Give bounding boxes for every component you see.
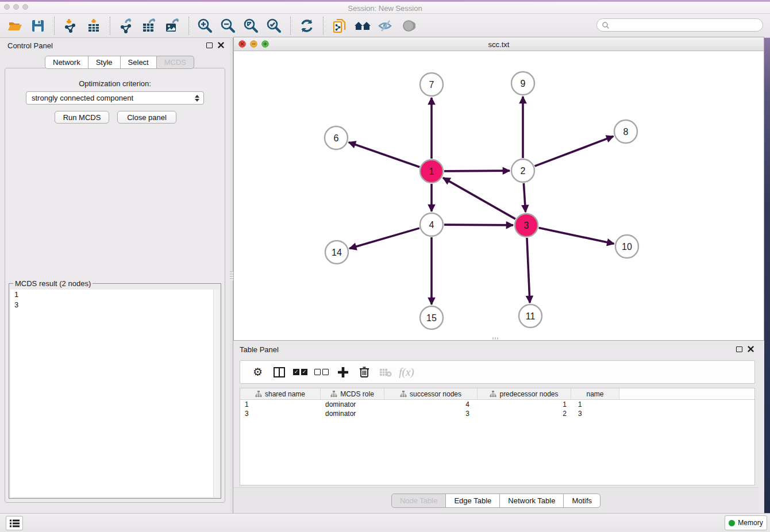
toggle-graphics-details-button[interactable] [374,15,397,37]
double-home-icon [353,19,372,33]
trash-icon [359,366,369,378]
graph-node-10[interactable]: 10 [615,235,638,258]
graph-node-1[interactable]: 1 [420,160,443,183]
graph-edge-3-10[interactable] [539,228,614,244]
tab-mcds[interactable]: MCDS [156,56,194,69]
graph-edge-1-2[interactable] [444,171,510,171]
float-panel-icon[interactable] [206,43,213,48]
graph-node-4[interactable]: 4 [420,213,443,236]
mcds-result-list[interactable]: 1 3 [10,290,220,497]
control-panel-title: Control Panel [7,41,53,50]
graph-node-7[interactable]: 7 [420,73,443,96]
table-row[interactable]: 1 dominator 4 1 1 [240,400,754,409]
cell-name[interactable]: 3 [571,409,619,418]
graph-node-label: 1 [429,167,434,176]
column-header-shared-name[interactable]: shared name [240,388,321,399]
tab-select[interactable]: Select [120,56,157,69]
show-columns-button[interactable] [268,362,290,383]
select-all-columns-button[interactable]: ✓ ✓ [290,362,311,383]
float-table-panel-icon[interactable] [736,346,742,352]
column-header-predecessor-nodes[interactable]: predecessor nodes [478,388,571,399]
graph-node-3[interactable]: 3 [515,214,538,237]
unchecked-box-icon [314,369,321,375]
network-resize-grip[interactable] [492,337,499,340]
table-row[interactable]: 3 dominator 3 2 3 [240,409,754,418]
control-panel-header: Control Panel [0,38,230,54]
tab-network-table[interactable]: Network Table [499,494,564,508]
graph-node-11[interactable]: 11 [519,304,542,327]
new-network-from-selection-button[interactable] [328,15,351,37]
delete-column-button[interactable] [353,362,375,383]
tab-node-table[interactable]: Node Table [391,494,446,508]
zoom-out-button[interactable] [217,15,240,37]
column-header-mcds-role[interactable]: MCDS role [321,388,384,399]
cell-mcds-role[interactable]: dominator [321,409,384,418]
graph-edge-1-6[interactable] [349,142,420,167]
cell-successor-nodes[interactable]: 4 [384,400,478,409]
close-panel-button[interactable]: Close panel [117,111,176,124]
close-panel-icon[interactable] [218,42,224,48]
function-builder-button[interactable]: f(x) [396,362,417,383]
column-header-successor-nodes[interactable]: successor nodes [384,388,478,399]
home-view-button[interactable] [351,15,374,37]
result-item[interactable]: 3 [10,300,220,310]
mcds-panel: Optimization criterion: strongly connect… [5,68,225,503]
tab-edge-table[interactable]: Edge Table [445,494,500,508]
graph-node-6[interactable]: 6 [325,126,348,149]
graph-edge-2-8[interactable] [535,136,614,166]
graph-node-14[interactable]: 14 [325,241,348,264]
graph-node-2[interactable]: 2 [511,159,534,182]
create-column-button[interactable] [332,362,353,383]
cell-successor-nodes[interactable]: 3 [384,409,478,418]
graph-node-8[interactable]: 8 [614,120,637,143]
delete-table-button[interactable] [375,362,396,383]
table-toolbar: ⚙ ✓ ✓ [240,360,755,384]
export-image-button[interactable] [161,15,184,37]
graph-edge-2-3[interactable] [523,183,525,212]
status-bar: Memory [0,513,770,532]
run-mcds-button[interactable]: Run MCDS [55,111,109,124]
table-panel: Table Panel ⚙ ✓ ✓ [233,342,764,513]
zoom-in-button[interactable] [194,15,217,37]
cell-shared-name[interactable]: 1 [240,400,321,409]
search-input[interactable] [610,20,763,30]
cell-predecessor-nodes[interactable]: 2 [478,409,571,418]
graph-edge-3-1[interactable] [443,178,515,219]
task-history-button[interactable] [6,516,23,530]
zoom-selected-button[interactable] [263,15,286,37]
criterion-select[interactable]: strongly connected component [26,91,204,105]
result-item[interactable]: 1 [10,290,220,300]
tab-motifs[interactable]: Motifs [563,494,600,508]
graph-node-15[interactable]: 15 [420,306,443,329]
search-field[interactable] [596,18,763,32]
close-table-panel-icon[interactable] [748,346,754,352]
cell-name[interactable]: 1 [571,400,619,409]
import-network-button[interactable] [59,15,82,37]
zoom-fit-button[interactable] [240,15,263,37]
open-folder-icon [7,18,22,33]
column-header-name[interactable]: name [571,388,619,399]
export-network-button[interactable] [115,15,138,37]
memory-button[interactable]: Memory [725,515,767,530]
unselect-all-columns-button[interactable] [311,362,332,383]
graph-edge-4-14[interactable] [349,228,419,248]
import-table-button[interactable] [82,15,105,37]
table-settings-button[interactable]: ⚙ [247,362,268,383]
export-table-button[interactable] [138,15,161,37]
open-session-button[interactable] [3,15,26,37]
graph-edge-3-11[interactable] [527,238,530,303]
network-graph: 7968124314101511 [234,51,764,340]
network-canvas[interactable]: 7968124314101511 [234,51,764,340]
graph-edge-4-3[interactable] [444,225,513,225]
graph-node-9[interactable]: 9 [511,72,534,95]
tab-network[interactable]: Network [45,56,88,69]
result-scrollbar[interactable] [213,290,220,497]
cell-mcds-role[interactable]: dominator [321,400,384,409]
plus-icon [337,367,349,378]
save-session-button[interactable] [26,15,49,37]
cell-predecessor-nodes[interactable]: 1 [478,400,571,409]
apply-layout-button[interactable] [295,15,318,37]
show-hide-button[interactable] [397,15,420,37]
tab-style[interactable]: Style [88,56,121,69]
cell-shared-name[interactable]: 3 [240,409,321,418]
